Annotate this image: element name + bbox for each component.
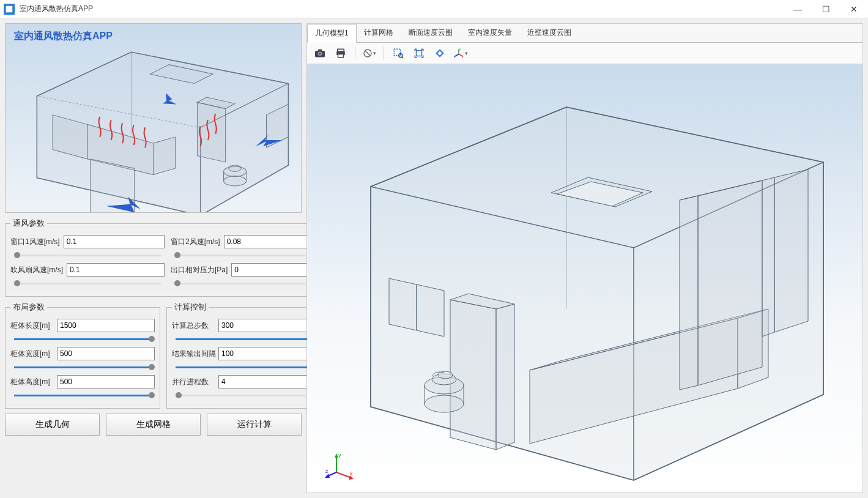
window2-speed-slider[interactable]	[171, 251, 329, 259]
window1-speed-input[interactable]	[64, 235, 165, 248]
zoom-window-icon[interactable]	[389, 45, 407, 61]
svg-rect-23	[338, 54, 344, 58]
parallel-procs-label: 并行进程数	[172, 377, 215, 387]
svg-text:y: y	[338, 452, 341, 458]
cabinet-height-slider[interactable]	[10, 391, 155, 400]
svg-rect-18	[318, 50, 322, 51]
no-entry-dropdown[interactable]: ▾	[360, 45, 379, 61]
svg-line-60	[336, 472, 351, 478]
right-panel: 几何模型1 计算网格 断面速度云图 室内速度矢量 近壁速度云图 ▾ yxz▾	[306, 23, 863, 493]
svg-point-9	[224, 176, 247, 186]
zoom-extents-icon[interactable]	[410, 45, 428, 61]
cabinet-length-slider[interactable]	[10, 335, 155, 343]
tab-section-velocity[interactable]: 断面速度云图	[401, 24, 461, 42]
fan-speed-label: 吹风扇风速[m/s]	[10, 265, 63, 275]
layout-legend: 布局参数	[10, 302, 47, 313]
tab-room-velocity-vector[interactable]: 室内速度矢量	[461, 24, 520, 42]
svg-point-57	[438, 371, 453, 379]
output-interval-slider[interactable]	[172, 363, 316, 371]
svg-marker-43	[496, 304, 514, 450]
cabinet-width-slider[interactable]	[10, 363, 155, 371]
svg-text:x: x	[350, 470, 353, 477]
cabinet-height-label: 柜体高度[m]	[10, 377, 53, 387]
window-controls: — ☐ ✕	[784, 0, 868, 18]
svg-marker-48	[680, 196, 698, 390]
cabinet-width-input[interactable]	[57, 347, 155, 360]
generate-geometry-button[interactable]: 生成几何	[5, 414, 100, 436]
app-icon	[4, 4, 15, 15]
total-steps-input[interactable]	[218, 319, 316, 332]
cabinet-height-input[interactable]	[57, 375, 155, 388]
control-legend: 计算控制	[172, 302, 209, 313]
svg-marker-51	[762, 177, 774, 336]
cabinet-length-input[interactable]	[57, 319, 155, 332]
viewport-3d[interactable]: y x z	[307, 64, 862, 492]
result-tabs: 几何模型1 计算网格 断面速度云图 室内速度矢量 近壁速度云图	[307, 24, 862, 43]
camera-icon[interactable]	[311, 45, 329, 61]
axis-orientation-dropdown[interactable]: yxz▾	[451, 45, 470, 61]
svg-point-52	[425, 395, 464, 412]
cabinet-width-label: 柜体宽度[m]	[10, 349, 53, 359]
total-steps-slider[interactable]	[172, 335, 316, 343]
total-steps-label: 计算总步数	[172, 321, 215, 331]
close-button[interactable]: ✕	[840, 0, 868, 18]
action-buttons: 生成几何 生成网格 运行计算	[5, 414, 302, 436]
preview-diagram: 室内通风散热仿真APP	[5, 23, 302, 213]
axis-gizmo: y x z	[324, 451, 355, 481]
tab-mesh[interactable]: 计算网格	[357, 24, 401, 42]
svg-line-28	[402, 57, 403, 58]
left-panel: 室内通风散热仿真APP	[5, 23, 302, 493]
svg-marker-4	[197, 102, 225, 162]
print-icon[interactable]	[332, 45, 350, 61]
svg-rect-26	[394, 49, 401, 56]
svg-rect-21	[338, 49, 344, 51]
layout-params-group: 布局参数 柜体长度[m] 柜体宽度[m] 柜体高度[m]	[5, 302, 160, 409]
run-compute-button[interactable]: 运行计算	[207, 414, 302, 436]
svg-point-13	[229, 165, 242, 171]
maximize-button[interactable]: ☐	[812, 0, 840, 18]
tab-wall-velocity[interactable]: 近壁速度云图	[520, 24, 579, 42]
output-interval-label: 结果输出间隔	[172, 349, 215, 359]
svg-point-20	[319, 53, 321, 54]
svg-marker-40	[417, 284, 444, 336]
cabinet-length-label: 柜体长度[m]	[10, 321, 53, 331]
svg-marker-39	[389, 278, 417, 330]
svg-marker-50	[774, 169, 808, 332]
window-title: 室内通风散热仿真APP	[20, 4, 93, 14]
svg-text:z: z	[325, 468, 328, 474]
parallel-procs-slider[interactable]	[172, 391, 316, 400]
outlet-pressure-slider[interactable]	[171, 279, 329, 288]
fan-speed-slider[interactable]	[10, 279, 165, 288]
ventilation-legend: 通风参数	[10, 218, 47, 229]
svg-marker-3	[154, 137, 176, 175]
fan-speed-input[interactable]	[67, 263, 165, 277]
compute-control-group: 计算控制 计算总步数 结果输出间隔 并行进程数	[166, 302, 322, 409]
svg-marker-6	[91, 159, 135, 212]
tab-geometry[interactable]: 几何模型1	[307, 24, 357, 43]
window1-speed-label: 窗口1风速[m/s]	[10, 237, 60, 247]
svg-text:y: y	[459, 48, 461, 51]
output-interval-input[interactable]	[218, 347, 316, 360]
svg-line-32	[454, 54, 459, 57]
svg-line-25	[365, 51, 370, 56]
ventilation-params-group: 通风参数 窗口1风速[m/s] 吹风扇风速[m/s]	[5, 218, 335, 297]
svg-marker-41	[450, 300, 496, 450]
generate-mesh-button[interactable]: 生成网格	[106, 414, 201, 436]
minimize-button[interactable]: —	[784, 0, 812, 18]
svg-text:x: x	[462, 56, 464, 59]
window1-speed-slider[interactable]	[10, 251, 165, 259]
svg-rect-29	[417, 51, 422, 56]
outlet-pressure-label: 出口相对压力[Pa]	[171, 265, 228, 275]
svg-marker-63	[325, 474, 330, 478]
viewport-toolbar: ▾ yxz▾	[307, 43, 862, 64]
titlebar: 室内通风散热仿真APP — ☐ ✕	[0, 0, 868, 18]
window2-speed-label: 窗口2风速[m/s]	[171, 237, 220, 247]
parallel-procs-input[interactable]	[218, 375, 316, 388]
fit-view-icon[interactable]	[431, 45, 449, 61]
svg-marker-47	[698, 180, 762, 385]
